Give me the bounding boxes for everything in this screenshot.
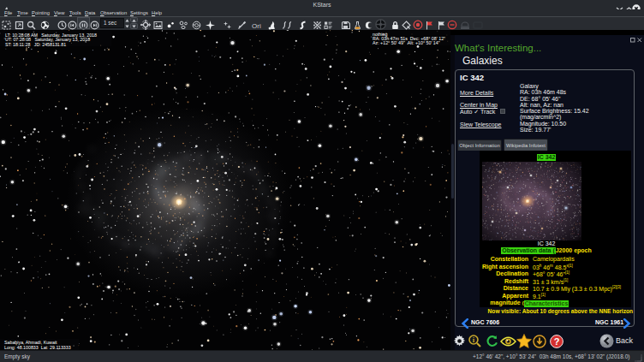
svg-text:?: ? (554, 336, 560, 347)
svg-text:Ori: Ori (252, 22, 261, 30)
